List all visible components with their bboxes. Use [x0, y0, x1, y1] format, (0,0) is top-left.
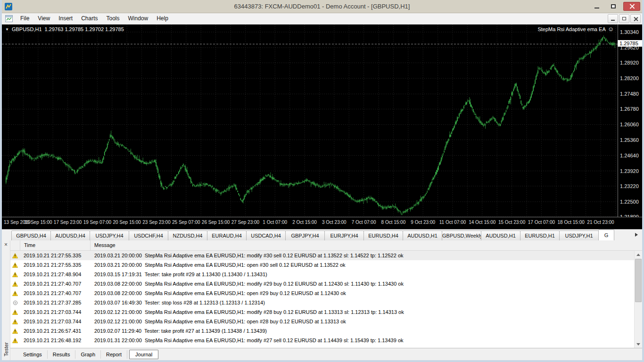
- time-axis-label: 3 Oct 23:00: [322, 220, 347, 225]
- mdi-window-controls: [608, 14, 641, 23]
- price-axis[interactable]: 1.303401.296201.289201.282001.274801.267…: [618, 25, 642, 217]
- journal-scrollbar[interactable]: [634, 251, 642, 348]
- time-axis-label: 9 Oct 23:00: [411, 220, 435, 225]
- mdi-restore-button[interactable]: [619, 14, 629, 23]
- chevron-down-icon[interactable]: ▼: [5, 27, 9, 32]
- journal-row[interactable]: 2019.10.21 21:27:03.7442019.02.12 21:00:…: [10, 317, 634, 326]
- tester-panel: × Tester Time Message 2019.10.21 21:27:5…: [2, 240, 642, 360]
- journal-row[interactable]: 2019.10.21 21:26:48.1922019.01.31 22:00:…: [10, 336, 634, 345]
- mdi-close-icon: [634, 16, 638, 21]
- menu-item-window[interactable]: Window: [124, 13, 153, 24]
- tab-scroll-right-button[interactable]: [632, 230, 641, 239]
- chart-tab-usdchf-h4[interactable]: USDCHF,H4: [129, 230, 168, 240]
- price-axis-label: 1.30340: [620, 29, 639, 35]
- tester-tab-report[interactable]: Report: [101, 350, 127, 359]
- chart-tab-usdjpy-h1[interactable]: USDJPY,H1: [559, 230, 599, 240]
- window-title: 63443873: FXCM-AUDDemo01 - Demo Account …: [2, 3, 642, 10]
- chart-tab-eurusd-h4[interactable]: EURUSD,H4: [363, 230, 403, 240]
- menu-item-tools[interactable]: Tools: [102, 13, 124, 24]
- time-axis-label: 19 Sep 07:00: [83, 220, 112, 225]
- journal-row[interactable]: 2019.10.21 21:27:40.7072019.03.08 22:00:…: [10, 288, 634, 298]
- chart-tab-gbpjpy-h4[interactable]: GBPJPY,H4: [285, 230, 325, 240]
- journal-row[interactable]: 2019.10.21 21:27:55.3352019.03.21 20:00:…: [10, 251, 634, 260]
- ea-label: StepMa Rsi Adaptive ema EA ☺: [537, 26, 614, 32]
- warning-icon: [10, 263, 20, 268]
- journal-row-message: 2019.02.12 21:00:00 StepMa Rsi Adaptive …: [91, 319, 634, 324]
- warning-icon: [10, 329, 20, 334]
- current-price-value: 1.29785: [619, 41, 638, 46]
- journal-row-time: 2019.10.21 21:26:57.431: [20, 328, 91, 334]
- journal-row-message: 2019.03.21 20:00:00 StepMa Rsi Adaptive …: [91, 253, 634, 258]
- chart-tab-usdcad-h4[interactable]: USDCAD,H4: [246, 230, 286, 240]
- column-header-message[interactable]: Message: [91, 240, 634, 250]
- journal-row-message: 2019.02.07 11:29:40 Tester: take profit …: [91, 328, 634, 334]
- journal-row-message: 2019.03.21 20:00:00 StepMa Rsi Adaptive …: [91, 262, 634, 268]
- ea-name-text: StepMa Rsi Adaptive ema EA: [537, 26, 605, 32]
- time-axis-label: 17 Sep 23:00: [54, 220, 82, 225]
- time-axis[interactable]: 13 Sep 201916 Sep 15:0017 Sep 23:0019 Se…: [2, 217, 642, 229]
- ea-smiley-icon[interactable]: ☺: [608, 26, 614, 32]
- journal-row-time: 2019.10.21 21:27:40.707: [20, 290, 91, 296]
- journal-row[interactable]: 2019.10.21 21:27:37.2852019.03.07 16:49:…: [10, 298, 634, 307]
- scroll-thumb[interactable]: [635, 259, 642, 302]
- scroll-down-button[interactable]: [635, 340, 642, 348]
- tester-journal: Time Message 2019.10.21 21:27:55.3352019…: [10, 240, 642, 360]
- chart-tab-eurusd-h1[interactable]: EURUSD,H1: [520, 230, 560, 240]
- menu-item-charts[interactable]: Charts: [77, 13, 102, 24]
- chart-tab-g[interactable]: G: [598, 230, 614, 240]
- time-axis-label: 26 Sep 15:00: [202, 220, 230, 225]
- warning-icon: [10, 319, 20, 324]
- journal-row[interactable]: 2019.10.21 21:26:57.4312019.02.07 11:29:…: [10, 326, 634, 336]
- journal-row-time: 2019.10.21 21:27:03.744: [20, 309, 91, 315]
- tester-tab-graph[interactable]: Graph: [75, 350, 101, 359]
- menu-item-file[interactable]: File: [16, 13, 33, 24]
- journal-row[interactable]: 2019.10.21 21:27:40.7072019.03.08 22:00:…: [10, 279, 634, 288]
- minimize-button[interactable]: [590, 2, 603, 11]
- tester-tab-settings[interactable]: Settings: [18, 350, 48, 359]
- price-axis-label: 1.23220: [620, 183, 639, 189]
- chart-tab-audusd-h1[interactable]: AUDUSD,H1: [481, 230, 520, 240]
- chart-tab-gbpusd-weekly[interactable]: GBPUSD,Weekly: [442, 230, 481, 240]
- chart-tabs: GBPUSD,H4AUDUSD,H4USDJPY,H4USDCHF,H4NZDU…: [11, 230, 614, 240]
- column-header-time[interactable]: Time: [20, 240, 91, 250]
- warning-icon: [10, 253, 20, 258]
- tester-tab-journal[interactable]: Journal: [129, 350, 158, 359]
- chart-tab-eurjpy-h4[interactable]: EURJPY,H4: [324, 230, 364, 240]
- chart-area[interactable]: ▼ GBPUSD,H1 1.29763 1.29785 1.29702 1.29…: [2, 25, 642, 229]
- time-axis-label: 16 Sep 15:00: [24, 220, 52, 225]
- tester-tab-results[interactable]: Results: [48, 350, 76, 359]
- column-header-icon: [10, 240, 20, 250]
- mdi-minimize-button[interactable]: [608, 14, 618, 23]
- mt4-logo-icon: [4, 2, 13, 11]
- journal-row[interactable]: 2019.10.21 21:27:55.3352019.03.21 20:00:…: [10, 260, 634, 270]
- chart-symbol-info: ▼ GBPUSD,H1 1.29763 1.29785 1.29702 1.29…: [5, 26, 124, 32]
- journal-row[interactable]: 2019.10.21 21:27:03.7442019.02.12 21:00:…: [10, 307, 634, 317]
- scroll-up-button[interactable]: [635, 251, 642, 258]
- menu-item-help[interactable]: Help: [152, 13, 173, 24]
- chart-tab-gbpusd-h4[interactable]: GBPUSD,H4: [11, 230, 51, 240]
- maximize-button[interactable]: [607, 2, 620, 11]
- warning-icon: [10, 310, 20, 315]
- chart-tab-euraud-h4[interactable]: EURAUD,H4: [207, 230, 247, 240]
- chart-tab-nzdusd-h4[interactable]: NZDUSD,H4: [168, 230, 207, 240]
- menu-item-view[interactable]: View: [33, 13, 54, 24]
- close-button[interactable]: [623, 2, 640, 11]
- journal-row-time: 2019.10.21 21:27:48.904: [20, 272, 91, 277]
- menu-item-insert[interactable]: Insert: [54, 13, 77, 24]
- tester-tab-bar: SettingsResultsGraphReportJournal: [10, 348, 642, 360]
- journal-header: Time Message: [10, 240, 642, 251]
- journal-row-time: 2019.10.21 21:26:48.192: [20, 337, 91, 343]
- tester-panel-label: Tester: [3, 342, 9, 356]
- mdi-close-button[interactable]: [630, 14, 641, 23]
- journal-row[interactable]: 2019.10.21 21:27:48.9042019.03.15 17:19:…: [10, 270, 634, 279]
- title-bar: 63443873: FXCM-AUDDemo01 - Demo Account …: [2, 0, 642, 13]
- tester-close-button[interactable]: ×: [3, 242, 9, 248]
- arrow-right-icon: [635, 233, 638, 237]
- time-axis-label: 21 Oct 23:00: [587, 220, 614, 225]
- chart-tab-audusd-h4[interactable]: AUDUSD,H4: [50, 230, 90, 240]
- time-axis-label: 2 Oct 15:00: [292, 220, 317, 225]
- warning-icon: [10, 338, 20, 343]
- chart-tab-usdjpy-h4[interactable]: USDJPY,H4: [90, 230, 129, 240]
- journal-row-time: 2019.10.21 21:27:03.744: [20, 319, 91, 324]
- chart-tab-audusd-h1[interactable]: AUDUSD,H1: [403, 230, 442, 240]
